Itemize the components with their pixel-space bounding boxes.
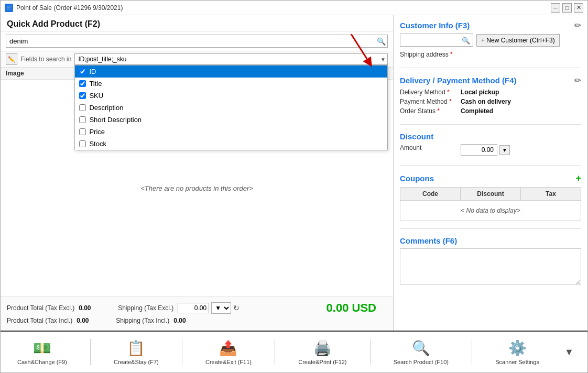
payment-method-value: Cash on delivery <box>461 98 511 105</box>
create-stay-label: Create&Stay (F7) <box>114 359 159 365</box>
shipping-excl-item: Shipping (Tax Excl.) ▼ ↻ <box>118 301 239 315</box>
dropdown-item-description[interactable]: Description <box>75 102 387 114</box>
order-status-label: Order Status <box>400 107 458 115</box>
discount-title: Discount <box>400 132 433 141</box>
scanner-settings-label: Scanner Settings <box>495 359 539 365</box>
product-total-incl-value: 0.00 <box>77 317 95 324</box>
checkbox-description[interactable] <box>79 104 86 111</box>
create-exit-button[interactable]: 📤 Create&Exit (F11) <box>200 337 257 367</box>
fields-select[interactable]: ID;post_title;_sku <box>74 53 388 65</box>
checkbox-title[interactable] <box>79 80 86 87</box>
shipping-excl-dropdown[interactable]: ▼ <box>211 302 231 314</box>
maximize-button[interactable]: □ <box>562 3 572 13</box>
delivery-edit-button[interactable]: ✏ <box>574 75 581 85</box>
title-bar-controls: ─ □ ✕ <box>551 3 583 13</box>
dropdown-item-sku[interactable]: SKU <box>75 90 387 102</box>
amount-label: Amount <box>400 144 458 151</box>
left-header: Quick Add Product (F2) <box>1 15 393 31</box>
discount-amount-row: Amount ▼ <box>400 144 581 156</box>
product-total-incl-label: Product Total (Tax Incl.) <box>7 317 72 324</box>
dropdown-label-sku: SKU <box>89 92 103 100</box>
cash-change-label: Cash&Change (F9) <box>17 359 67 365</box>
customer-info-section: Customer Info (F3) ✏ 🔍 + New Customer (C… <box>400 20 581 60</box>
image-col-header: Image <box>6 70 48 77</box>
right-panel: Customer Info (F3) ✏ 🔍 + New Customer (C… <box>394 15 587 331</box>
discount-input-wrap: ▼ <box>461 144 510 156</box>
scanner-settings-button[interactable]: ⚙️ Scanner Settings <box>490 337 545 367</box>
search-bar: 🔍 <box>1 31 393 51</box>
dropdown-item-short-description[interactable]: Short Description <box>75 114 387 126</box>
discount-header: Discount <box>400 132 581 141</box>
delivery-method-label: Delivery Method <box>400 89 458 96</box>
shipping-incl-item: Shipping (Tax Incl.) 0.00 <box>116 317 192 324</box>
title-bar: 🛒 Point of Sale (Order #1296 9/30/2021) … <box>1 1 587 15</box>
dropdown-item-id[interactable]: ID <box>75 65 387 78</box>
customer-search-icon-button[interactable]: 🔍 <box>461 36 471 44</box>
comments-header: Comments (F6) <box>400 236 581 245</box>
toolbar-sep-3 <box>275 339 275 365</box>
toolbar-sep-2 <box>182 339 182 365</box>
cash-change-button[interactable]: 💵 Cash&Change (F9) <box>12 337 72 367</box>
create-print-icon: 🖨️ <box>313 339 332 357</box>
new-customer-button[interactable]: + New Customer (Ctrl+F3) <box>476 34 560 47</box>
discount-dropdown-button[interactable]: ▼ <box>499 145 510 155</box>
payment-method-label: Payment Method <box>400 98 458 105</box>
checkbox-id[interactable] <box>79 68 86 75</box>
checkbox-sku[interactable] <box>79 92 86 99</box>
customer-edit-button[interactable]: ✏ <box>574 20 581 30</box>
create-exit-label: Create&Exit (F11) <box>205 359 252 365</box>
shipping-excl-input[interactable] <box>178 303 209 313</box>
customer-info-header: Customer Info (F3) ✏ <box>400 20 581 30</box>
fields-dropdown-menu: ID Title SKU Description <box>74 65 388 150</box>
total-display: 0.00 USD <box>326 301 387 315</box>
checkbox-stock[interactable] <box>79 140 86 147</box>
shipping-refresh-button[interactable]: ↻ <box>233 304 239 312</box>
toolbar-sep-5 <box>472 339 472 365</box>
delivery-payment-title: Delivery / Payment Method (F4) <box>400 76 517 85</box>
fields-row: ✏️ Fields to search in ID;post_title;_sk… <box>1 51 393 68</box>
product-total-excl-value: 0.00 <box>79 304 97 312</box>
footer-row-2: Product Total (Tax Incl.) 0.00 Shipping … <box>7 317 387 324</box>
shipping-excl-input-wrap: ▼ ↻ <box>178 302 239 314</box>
toolbar-more-button[interactable]: ▼ <box>562 345 576 360</box>
close-button[interactable]: ✕ <box>574 3 583 13</box>
search-product-button[interactable]: 🔍 Search Product (F10) <box>388 337 454 367</box>
coupons-title: Coupons <box>400 174 434 183</box>
comments-textarea[interactable] <box>400 248 581 285</box>
divider-2 <box>400 124 581 125</box>
dropdown-item-title[interactable]: Title <box>75 78 387 90</box>
discount-input[interactable] <box>461 144 497 156</box>
checkbox-price[interactable] <box>79 128 86 135</box>
search-input[interactable] <box>6 35 388 48</box>
checkbox-short-description[interactable] <box>79 116 86 123</box>
cash-change-icon: 💵 <box>33 339 51 357</box>
shipping-excl-label: Shipping (Tax Excl.) <box>118 304 173 312</box>
main-content: Quick Add Product (F2) 🔍 ✏️ Fields to se… <box>1 15 587 331</box>
dropdown-label-short-description: Short Description <box>89 116 141 124</box>
coupons-col-code: Code <box>400 188 461 200</box>
coupons-empty-message: < No data to display> <box>400 201 581 221</box>
bottom-toolbar: 💵 Cash&Change (F9) 📋 Create&Stay (F7) 📤 … <box>1 331 587 372</box>
delivery-payment-header: Delivery / Payment Method (F4) ✏ <box>400 75 581 85</box>
delivery-payment-section: Delivery / Payment Method (F4) ✏ Deliver… <box>400 75 581 117</box>
quick-add-title: Quick Add Product (F2) <box>7 19 387 29</box>
dropdown-label-price: Price <box>89 128 105 136</box>
fields-label: Fields to search in <box>20 56 71 63</box>
dropdown-item-price[interactable]: Price <box>75 126 387 138</box>
minimize-button[interactable]: ─ <box>551 3 560 13</box>
create-stay-button[interactable]: 📋 Create&Stay (F7) <box>108 337 164 367</box>
add-coupon-button[interactable]: + <box>575 173 581 184</box>
delivery-method-value: Local pickup <box>461 89 499 96</box>
app-icon: 🛒 <box>5 4 13 12</box>
edit-fields-button[interactable]: ✏️ <box>6 53 17 65</box>
dropdown-item-stock[interactable]: Stock <box>75 138 387 150</box>
search-icon-button[interactable]: 🔍 <box>377 37 386 46</box>
shipping-address-row: Shipping address <box>400 51 581 58</box>
coupons-section: Coupons + Code Discount Tax < No data to… <box>400 173 581 221</box>
comments-title: Comments (F6) <box>400 236 457 245</box>
left-footer: Product Total (Tax Excl.) 0.00 Shipping … <box>1 297 393 331</box>
payment-method-row: Payment Method Cash on delivery <box>400 98 581 105</box>
create-print-button[interactable]: 🖨️ Create&Print (F12) <box>293 337 352 367</box>
fields-value-wrap: ID;post_title;_sku ▼ ID Title <box>74 53 388 65</box>
dropdown-label-id: ID <box>89 68 96 75</box>
